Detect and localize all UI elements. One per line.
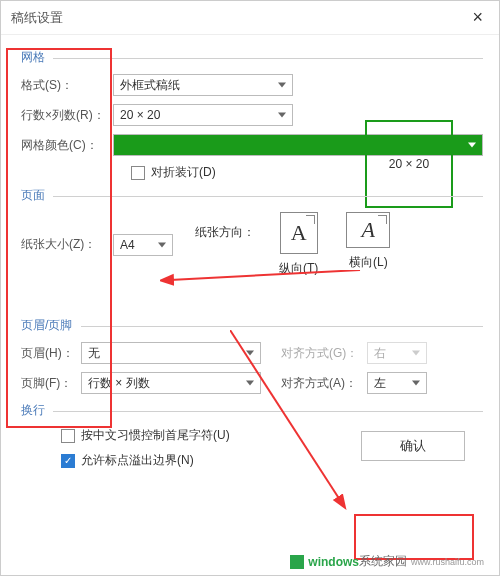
fold-bind-label: 对折装订(D) <box>151 164 216 181</box>
portrait-label: 纵向(T) <box>279 260 318 277</box>
watermark: windows 系统家园 www.rushaifu.com <box>290 553 484 570</box>
format-value: 外框式稿纸 <box>120 77 180 94</box>
chevron-down-icon <box>278 83 286 88</box>
orientation-portrait[interactable]: A 纵向(T) <box>279 212 318 277</box>
watermark-brand: windows <box>308 555 359 569</box>
paper-size-value: A4 <box>120 238 135 252</box>
chevron-down-icon <box>278 113 286 118</box>
align-a-label: 对齐方式(A)： <box>281 375 367 392</box>
align-a-value: 左 <box>374 375 386 392</box>
orientation-label: 纸张方向： <box>195 212 255 241</box>
rows-cols-select[interactable]: 20 × 20 <box>113 104 293 126</box>
align-g-value: 右 <box>374 345 386 362</box>
rows-cols-value: 20 × 20 <box>120 108 160 122</box>
paper-size-select[interactable]: A4 <box>113 234 173 256</box>
windows-logo-icon <box>290 555 304 569</box>
header-footer-section-label: 页眉/页脚 <box>21 317 483 334</box>
chevron-down-icon <box>412 381 420 386</box>
cjk-wrap-label: 按中文习惯控制首尾字符(U) <box>81 427 230 444</box>
align-g-select: 右 <box>367 342 427 364</box>
chevron-down-icon <box>246 351 254 356</box>
format-label: 格式(S)： <box>21 77 113 94</box>
fold-bind-checkbox[interactable] <box>131 166 145 180</box>
orientation-landscape[interactable]: A 横向(L) <box>346 212 390 271</box>
watermark-suffix: 系统家园 <box>359 553 407 570</box>
align-a-select[interactable]: 左 <box>367 372 427 394</box>
landscape-label: 横向(L) <box>349 254 388 271</box>
titlebar: 稿纸设置 × <box>1 1 499 35</box>
dialog-title: 稿纸设置 <box>11 9 63 27</box>
rows-cols-label: 行数×列数(R)： <box>21 107 113 124</box>
portrait-icon: A <box>280 212 318 254</box>
header-label: 页眉(H)： <box>21 345 81 362</box>
footer-value: 行数 × 列数 <box>88 375 150 392</box>
chevron-down-icon <box>158 242 166 247</box>
dialog-body: 网格 格式(S)： 外框式稿纸 行数×列数(R)： 20 × 20 网格颜色(C… <box>1 35 499 485</box>
grid-paper-settings-dialog: 稿纸设置 × 网格 格式(S)： 外框式稿纸 行数×列数(R)： 20 × 20 <box>0 0 500 576</box>
header-select[interactable]: 无 <box>81 342 261 364</box>
close-icon[interactable]: × <box>466 7 489 28</box>
ok-button[interactable]: 确认 <box>361 431 465 461</box>
landscape-icon: A <box>346 212 390 248</box>
punct-overflow-label: 允许标点溢出边界(N) <box>81 452 194 469</box>
align-g-label: 对齐方式(G)： <box>281 345 367 362</box>
grid-preview-text: 20 × 20 <box>389 157 429 171</box>
ok-button-label: 确认 <box>400 437 426 455</box>
footer-select[interactable]: 行数 × 列数 <box>81 372 261 394</box>
grid-color-label: 网格颜色(C)： <box>21 137 113 154</box>
chevron-down-icon <box>246 381 254 386</box>
punct-overflow-checkbox[interactable] <box>61 454 75 468</box>
page-section-label: 页面 <box>21 187 483 204</box>
cjk-wrap-checkbox[interactable] <box>61 429 75 443</box>
chevron-down-icon <box>412 351 420 356</box>
format-select[interactable]: 外框式稿纸 <box>113 74 293 96</box>
header-value: 无 <box>88 345 100 362</box>
chevron-down-icon <box>468 143 476 148</box>
annotation-box <box>354 514 474 560</box>
grid-section-label: 网格 <box>21 49 483 66</box>
footer-label: 页脚(F)： <box>21 375 81 392</box>
wrap-section-label: 换行 <box>21 402 483 419</box>
paper-size-label: 纸张大小(Z)： <box>21 236 113 253</box>
watermark-url: www.rushaifu.com <box>411 557 484 567</box>
